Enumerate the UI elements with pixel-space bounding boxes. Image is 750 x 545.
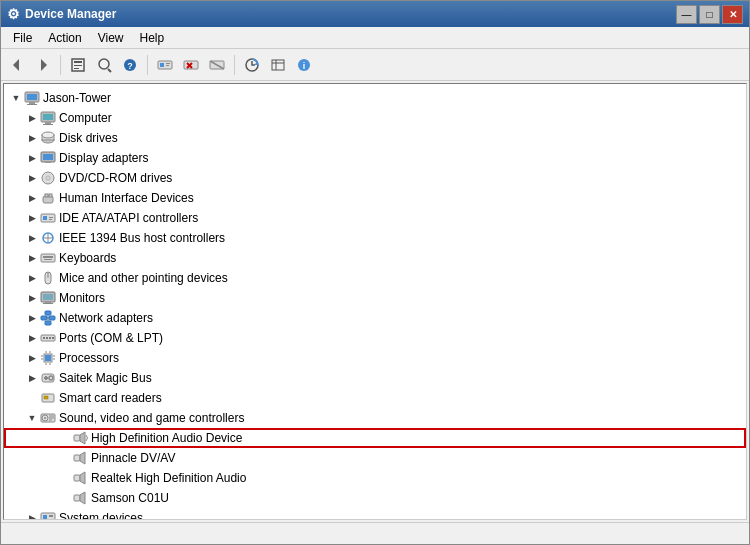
- expand-icon: ▶: [24, 350, 40, 366]
- toolbar: ? i: [1, 49, 749, 81]
- list-item[interactable]: ▶ Saitek Magic Bus: [4, 368, 746, 388]
- node-label: Disk drives: [59, 131, 118, 145]
- help-button[interactable]: ?: [118, 53, 142, 77]
- svg-marker-100: [80, 432, 85, 444]
- svg-point-73: [43, 337, 45, 339]
- close-button[interactable]: ✕: [722, 5, 743, 24]
- toolbar-separator-1: [60, 55, 61, 75]
- svg-marker-106: [80, 492, 85, 504]
- scan-hardware-button[interactable]: [240, 53, 264, 77]
- root-label: Jason-Tower: [43, 91, 111, 105]
- expand-icon: ▶: [24, 310, 40, 326]
- node-label: IDE ATA/ATAPI controllers: [59, 211, 198, 225]
- list-item[interactable]: ▶ Human Interface Devices: [4, 188, 746, 208]
- expand-icon: ▶: [24, 190, 40, 206]
- list-item[interactable]: ▶ Realtek High Definition Audio: [4, 468, 746, 488]
- svg-rect-89: [44, 377, 48, 379]
- system-icon: [40, 510, 56, 520]
- audio-device-icon: [72, 470, 88, 486]
- svg-point-36: [42, 132, 54, 138]
- svg-point-42: [47, 177, 49, 179]
- display-icon: [40, 150, 56, 166]
- svg-rect-45: [49, 194, 52, 197]
- list-item[interactable]: ▶ IDE ATA/ATAPI controllers: [4, 208, 746, 228]
- list-item[interactable]: ▶ Display adapters: [4, 148, 746, 168]
- svg-marker-1: [41, 59, 47, 71]
- list-item[interactable]: ▶ Ports (COM & LPT): [4, 328, 746, 348]
- svg-rect-3: [74, 61, 82, 63]
- disable-button[interactable]: [205, 53, 229, 77]
- maximize-button[interactable]: □: [699, 5, 720, 24]
- about-button[interactable]: i: [292, 53, 316, 77]
- list-item[interactable]: ▶ Smart card readers: [4, 388, 746, 408]
- computer-icon: [24, 90, 40, 106]
- node-label: Mice and other pointing devices: [59, 271, 228, 285]
- disk-icon: [40, 130, 56, 146]
- title-bar-left: ⚙ Device Manager: [7, 6, 116, 22]
- svg-rect-29: [27, 104, 37, 105]
- svg-rect-64: [43, 303, 53, 304]
- audio-device-icon: [72, 490, 88, 506]
- expand-icon: ▼: [24, 410, 40, 426]
- smartcard-icon: [40, 390, 56, 406]
- back-button[interactable]: [5, 53, 29, 77]
- root-expand-icon: ▼: [8, 90, 24, 106]
- node-label: Realtek High Definition Audio: [91, 471, 246, 485]
- svg-point-76: [52, 337, 54, 339]
- list-item[interactable]: ▶ System devices: [4, 508, 746, 520]
- device-manager-window: ⚙ Device Manager — □ ✕ File Action View …: [0, 0, 750, 545]
- list-item[interactable]: ▶ Keyboards: [4, 248, 746, 268]
- saitek-icon: [40, 370, 56, 386]
- list-item[interactable]: ▶ Computer: [4, 108, 746, 128]
- menu-help[interactable]: Help: [132, 29, 173, 47]
- menu-action[interactable]: Action: [40, 29, 89, 47]
- window-icon: ⚙: [7, 6, 20, 22]
- list-item[interactable]: ▶ IEEE 1394 Bus host controllers: [4, 228, 746, 248]
- audio-device-icon: [72, 450, 88, 466]
- svg-rect-70: [41, 316, 47, 320]
- list-item[interactable]: ▶ Network adapters: [4, 308, 746, 328]
- svg-point-6: [99, 59, 109, 69]
- svg-rect-59: [44, 259, 52, 260]
- hid-icon: [40, 190, 56, 206]
- expand-icon: ▶: [24, 130, 40, 146]
- view-resources-button[interactable]: [266, 53, 290, 77]
- update-driver-button[interactable]: [153, 53, 177, 77]
- expand-icon: ▶: [24, 170, 40, 186]
- keyboard-icon: [40, 250, 56, 266]
- list-item[interactable]: ▶ High Definition Audio Device: [4, 428, 746, 448]
- list-item[interactable]: ▶ Pinnacle DV/AV: [4, 448, 746, 468]
- svg-rect-11: [160, 63, 164, 67]
- view-properties-button[interactable]: [66, 53, 90, 77]
- svg-rect-58: [49, 256, 51, 258]
- svg-rect-71: [49, 316, 55, 320]
- forward-button[interactable]: [31, 53, 55, 77]
- ports-icon: [40, 330, 56, 346]
- list-item[interactable]: ▶ Processors: [4, 348, 746, 368]
- scan-button[interactable]: [92, 53, 116, 77]
- status-bar: [1, 522, 749, 544]
- mouse-icon: [40, 270, 56, 286]
- minimize-button[interactable]: —: [676, 5, 697, 24]
- list-item[interactable]: ▶ Disk drives: [4, 128, 746, 148]
- list-item[interactable]: ▶ DVD/CD-ROM drives: [4, 168, 746, 188]
- list-item[interactable]: ▼ Sound, video and game controllers: [4, 408, 746, 428]
- node-label: Display adapters: [59, 151, 148, 165]
- list-item[interactable]: ▶ Monitors: [4, 288, 746, 308]
- menu-view[interactable]: View: [90, 29, 132, 47]
- toolbar-separator-2: [147, 55, 148, 75]
- list-item[interactable]: ▶ Mice and other pointing devices: [4, 268, 746, 288]
- list-item[interactable]: ▶ Samson C01U: [4, 488, 746, 508]
- processor-icon: [40, 350, 56, 366]
- menu-file[interactable]: File: [5, 29, 40, 47]
- expand-icon: ▶: [24, 510, 40, 520]
- svg-rect-109: [49, 515, 53, 517]
- node-label: Pinnacle DV/AV: [91, 451, 176, 465]
- svg-rect-101: [74, 455, 80, 461]
- node-label: Monitors: [59, 291, 105, 305]
- tree-root[interactable]: ▼ Jason-Tower: [4, 88, 746, 108]
- svg-point-75: [49, 337, 51, 339]
- uninstall-button[interactable]: [179, 53, 203, 77]
- svg-rect-32: [45, 122, 51, 124]
- device-tree-panel[interactable]: ▼ Jason-Tower ▶ Computer ▶ Di: [3, 83, 747, 520]
